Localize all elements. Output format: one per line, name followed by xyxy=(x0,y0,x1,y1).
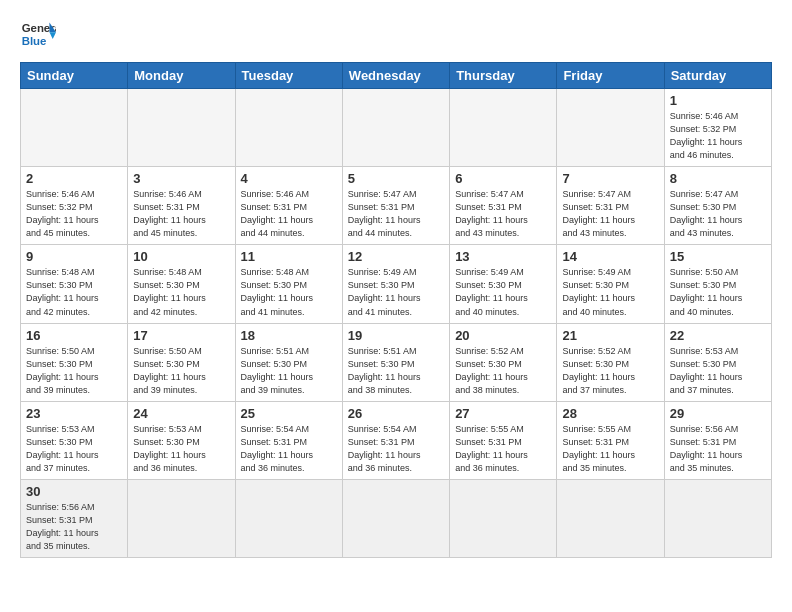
day-info: Sunrise: 5:46 AMSunset: 5:31 PMDaylight:… xyxy=(133,188,229,240)
weekday-tuesday: Tuesday xyxy=(235,63,342,89)
calendar-cell: 11Sunrise: 5:48 AMSunset: 5:30 PMDayligh… xyxy=(235,245,342,323)
day-info: Sunrise: 5:53 AMSunset: 5:30 PMDaylight:… xyxy=(26,423,122,475)
calendar-cell xyxy=(450,89,557,167)
weekday-monday: Monday xyxy=(128,63,235,89)
calendar-cell: 25Sunrise: 5:54 AMSunset: 5:31 PMDayligh… xyxy=(235,401,342,479)
weekday-header-row: SundayMondayTuesdayWednesdayThursdayFrid… xyxy=(21,63,772,89)
calendar-cell: 28Sunrise: 5:55 AMSunset: 5:31 PMDayligh… xyxy=(557,401,664,479)
calendar-cell: 15Sunrise: 5:50 AMSunset: 5:30 PMDayligh… xyxy=(664,245,771,323)
calendar-cell xyxy=(557,89,664,167)
day-info: Sunrise: 5:56 AMSunset: 5:31 PMDaylight:… xyxy=(670,423,766,475)
day-number: 9 xyxy=(26,249,122,264)
day-number: 25 xyxy=(241,406,337,421)
page: General Blue SundayMondayTuesdayWednesda… xyxy=(0,0,792,568)
calendar-cell: 6Sunrise: 5:47 AMSunset: 5:31 PMDaylight… xyxy=(450,167,557,245)
logo-icon: General Blue xyxy=(20,16,56,52)
calendar-cell: 5Sunrise: 5:47 AMSunset: 5:31 PMDaylight… xyxy=(342,167,449,245)
calendar-cell: 3Sunrise: 5:46 AMSunset: 5:31 PMDaylight… xyxy=(128,167,235,245)
calendar-cell: 7Sunrise: 5:47 AMSunset: 5:31 PMDaylight… xyxy=(557,167,664,245)
calendar-cell: 19Sunrise: 5:51 AMSunset: 5:30 PMDayligh… xyxy=(342,323,449,401)
calendar-week-4: 16Sunrise: 5:50 AMSunset: 5:30 PMDayligh… xyxy=(21,323,772,401)
calendar-cell xyxy=(21,89,128,167)
day-info: Sunrise: 5:52 AMSunset: 5:30 PMDaylight:… xyxy=(562,345,658,397)
day-number: 13 xyxy=(455,249,551,264)
calendar-cell: 29Sunrise: 5:56 AMSunset: 5:31 PMDayligh… xyxy=(664,401,771,479)
day-info: Sunrise: 5:48 AMSunset: 5:30 PMDaylight:… xyxy=(241,266,337,318)
day-info: Sunrise: 5:46 AMSunset: 5:32 PMDaylight:… xyxy=(670,110,766,162)
weekday-wednesday: Wednesday xyxy=(342,63,449,89)
calendar-week-5: 23Sunrise: 5:53 AMSunset: 5:30 PMDayligh… xyxy=(21,401,772,479)
calendar-cell: 2Sunrise: 5:46 AMSunset: 5:32 PMDaylight… xyxy=(21,167,128,245)
day-number: 21 xyxy=(562,328,658,343)
day-info: Sunrise: 5:50 AMSunset: 5:30 PMDaylight:… xyxy=(26,345,122,397)
day-number: 29 xyxy=(670,406,766,421)
svg-text:Blue: Blue xyxy=(22,35,47,47)
calendar-table: SundayMondayTuesdayWednesdayThursdayFrid… xyxy=(20,62,772,558)
day-number: 10 xyxy=(133,249,229,264)
day-info: Sunrise: 5:56 AMSunset: 5:31 PMDaylight:… xyxy=(26,501,122,553)
calendar-cell xyxy=(450,479,557,557)
day-number: 26 xyxy=(348,406,444,421)
calendar-cell: 21Sunrise: 5:52 AMSunset: 5:30 PMDayligh… xyxy=(557,323,664,401)
calendar-cell: 9Sunrise: 5:48 AMSunset: 5:30 PMDaylight… xyxy=(21,245,128,323)
header: General Blue xyxy=(20,16,772,52)
day-number: 2 xyxy=(26,171,122,186)
weekday-friday: Friday xyxy=(557,63,664,89)
calendar-cell: 26Sunrise: 5:54 AMSunset: 5:31 PMDayligh… xyxy=(342,401,449,479)
day-info: Sunrise: 5:49 AMSunset: 5:30 PMDaylight:… xyxy=(562,266,658,318)
day-info: Sunrise: 5:47 AMSunset: 5:31 PMDaylight:… xyxy=(562,188,658,240)
calendar-cell xyxy=(128,89,235,167)
day-number: 15 xyxy=(670,249,766,264)
weekday-sunday: Sunday xyxy=(21,63,128,89)
weekday-saturday: Saturday xyxy=(664,63,771,89)
calendar-cell xyxy=(557,479,664,557)
day-info: Sunrise: 5:47 AMSunset: 5:31 PMDaylight:… xyxy=(348,188,444,240)
day-number: 19 xyxy=(348,328,444,343)
calendar-cell: 30Sunrise: 5:56 AMSunset: 5:31 PMDayligh… xyxy=(21,479,128,557)
day-info: Sunrise: 5:47 AMSunset: 5:31 PMDaylight:… xyxy=(455,188,551,240)
calendar-cell xyxy=(128,479,235,557)
calendar-cell: 14Sunrise: 5:49 AMSunset: 5:30 PMDayligh… xyxy=(557,245,664,323)
day-number: 20 xyxy=(455,328,551,343)
calendar-cell: 12Sunrise: 5:49 AMSunset: 5:30 PMDayligh… xyxy=(342,245,449,323)
calendar-cell: 4Sunrise: 5:46 AMSunset: 5:31 PMDaylight… xyxy=(235,167,342,245)
day-number: 6 xyxy=(455,171,551,186)
day-number: 17 xyxy=(133,328,229,343)
day-number: 8 xyxy=(670,171,766,186)
day-info: Sunrise: 5:47 AMSunset: 5:30 PMDaylight:… xyxy=(670,188,766,240)
day-info: Sunrise: 5:48 AMSunset: 5:30 PMDaylight:… xyxy=(133,266,229,318)
day-number: 7 xyxy=(562,171,658,186)
calendar-cell xyxy=(342,479,449,557)
day-number: 1 xyxy=(670,93,766,108)
day-number: 14 xyxy=(562,249,658,264)
day-info: Sunrise: 5:49 AMSunset: 5:30 PMDaylight:… xyxy=(348,266,444,318)
day-number: 3 xyxy=(133,171,229,186)
calendar-cell: 8Sunrise: 5:47 AMSunset: 5:30 PMDaylight… xyxy=(664,167,771,245)
day-number: 11 xyxy=(241,249,337,264)
day-info: Sunrise: 5:52 AMSunset: 5:30 PMDaylight:… xyxy=(455,345,551,397)
calendar-cell: 27Sunrise: 5:55 AMSunset: 5:31 PMDayligh… xyxy=(450,401,557,479)
calendar-cell xyxy=(235,89,342,167)
weekday-thursday: Thursday xyxy=(450,63,557,89)
calendar-cell: 20Sunrise: 5:52 AMSunset: 5:30 PMDayligh… xyxy=(450,323,557,401)
day-info: Sunrise: 5:49 AMSunset: 5:30 PMDaylight:… xyxy=(455,266,551,318)
calendar-cell: 10Sunrise: 5:48 AMSunset: 5:30 PMDayligh… xyxy=(128,245,235,323)
day-number: 12 xyxy=(348,249,444,264)
logo: General Blue xyxy=(20,16,56,52)
day-info: Sunrise: 5:46 AMSunset: 5:32 PMDaylight:… xyxy=(26,188,122,240)
calendar-cell xyxy=(235,479,342,557)
day-number: 23 xyxy=(26,406,122,421)
calendar-week-2: 2Sunrise: 5:46 AMSunset: 5:32 PMDaylight… xyxy=(21,167,772,245)
day-info: Sunrise: 5:46 AMSunset: 5:31 PMDaylight:… xyxy=(241,188,337,240)
day-info: Sunrise: 5:54 AMSunset: 5:31 PMDaylight:… xyxy=(241,423,337,475)
day-number: 18 xyxy=(241,328,337,343)
calendar-cell xyxy=(664,479,771,557)
calendar-cell: 18Sunrise: 5:51 AMSunset: 5:30 PMDayligh… xyxy=(235,323,342,401)
day-info: Sunrise: 5:50 AMSunset: 5:30 PMDaylight:… xyxy=(133,345,229,397)
calendar-cell: 23Sunrise: 5:53 AMSunset: 5:30 PMDayligh… xyxy=(21,401,128,479)
day-number: 22 xyxy=(670,328,766,343)
day-info: Sunrise: 5:51 AMSunset: 5:30 PMDaylight:… xyxy=(241,345,337,397)
day-number: 24 xyxy=(133,406,229,421)
calendar-week-1: 1Sunrise: 5:46 AMSunset: 5:32 PMDaylight… xyxy=(21,89,772,167)
day-number: 5 xyxy=(348,171,444,186)
